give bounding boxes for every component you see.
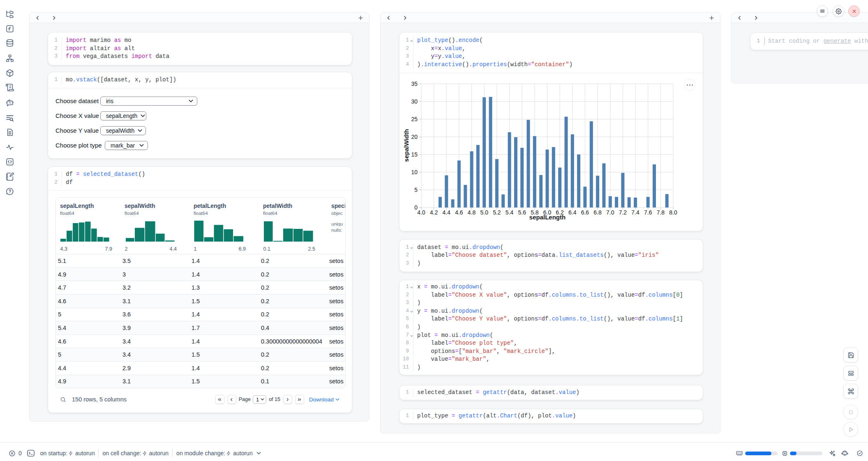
svg-text:7.8: 7.8	[657, 209, 665, 216]
svg-text:5: 5	[414, 187, 418, 193]
svg-text:6.4: 6.4	[568, 209, 577, 216]
svg-text:5.0: 5.0	[480, 209, 488, 216]
svg-text:4.6: 4.6	[455, 209, 463, 216]
svg-text:4.4: 4.4	[443, 209, 451, 216]
svg-text:15: 15	[411, 151, 418, 158]
svg-text:sepalLength: sepalLength	[529, 214, 566, 221]
svg-text:6.6: 6.6	[581, 209, 589, 216]
svg-text:7.0: 7.0	[606, 209, 614, 216]
svg-text:5.2: 5.2	[493, 209, 501, 216]
svg-text:6.8: 6.8	[593, 209, 602, 216]
svg-text:8.0: 8.0	[669, 209, 677, 216]
svg-text:7.2: 7.2	[619, 209, 627, 216]
svg-text:sepalWidth: sepalWidth	[403, 129, 410, 162]
svg-text:25: 25	[411, 116, 418, 122]
svg-text:4.0: 4.0	[417, 209, 425, 216]
svg-text:20: 20	[411, 134, 418, 140]
svg-text:4.8: 4.8	[468, 209, 476, 216]
svg-text:7.6: 7.6	[644, 209, 652, 216]
svg-text:0: 0	[414, 204, 418, 211]
svg-text:5.4: 5.4	[506, 209, 514, 216]
svg-text:5.6: 5.6	[518, 209, 526, 216]
svg-text:35: 35	[411, 81, 418, 87]
svg-text:7.4: 7.4	[631, 209, 639, 216]
svg-text:30: 30	[411, 98, 418, 105]
svg-text:10: 10	[411, 169, 418, 175]
svg-text:4.2: 4.2	[430, 209, 438, 216]
